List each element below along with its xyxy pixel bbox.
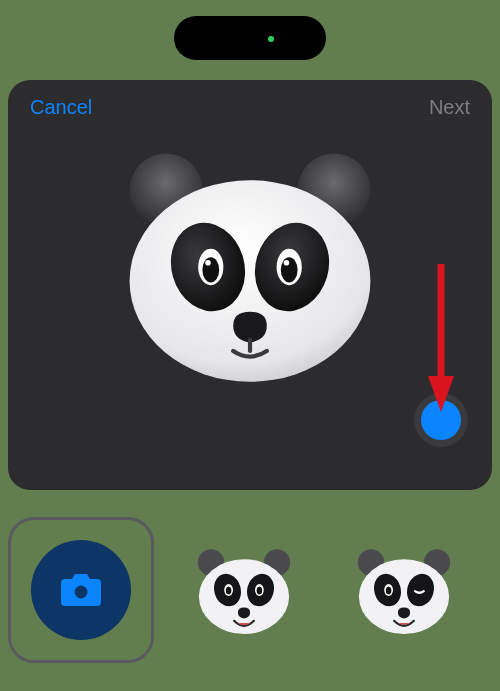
sheet-header: Cancel Next bbox=[8, 80, 492, 119]
pose-thumbnail-wink[interactable] bbox=[334, 520, 474, 660]
next-button[interactable]: Next bbox=[429, 96, 470, 119]
camera-tile[interactable] bbox=[8, 517, 154, 663]
capture-core-icon bbox=[421, 400, 461, 440]
svg-point-10 bbox=[284, 260, 290, 266]
indicator-dot-icon bbox=[268, 36, 274, 42]
preview-area bbox=[8, 119, 492, 469]
svg-point-30 bbox=[386, 587, 392, 595]
svg-point-23 bbox=[257, 587, 263, 595]
pose-thumbnail-smile[interactable] bbox=[174, 520, 314, 660]
memoji-editor-sheet: Cancel Next bbox=[8, 80, 492, 490]
panda-memoji-icon bbox=[110, 127, 390, 407]
cancel-button[interactable]: Cancel bbox=[30, 96, 92, 119]
svg-point-9 bbox=[205, 260, 211, 266]
camera-circle bbox=[31, 540, 131, 640]
svg-point-17 bbox=[199, 559, 289, 634]
capture-button[interactable] bbox=[414, 393, 468, 447]
svg-point-22 bbox=[226, 587, 232, 595]
camera-icon bbox=[59, 572, 103, 608]
pose-strip bbox=[0, 500, 500, 680]
dynamic-island bbox=[174, 16, 326, 60]
svg-point-26 bbox=[359, 559, 449, 634]
svg-point-8 bbox=[281, 257, 298, 282]
svg-point-7 bbox=[202, 257, 219, 282]
